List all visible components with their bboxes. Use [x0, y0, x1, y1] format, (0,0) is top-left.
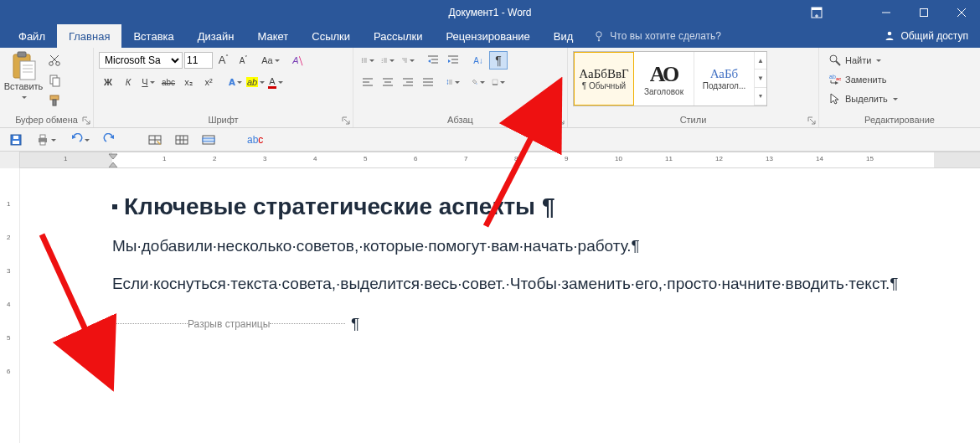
horizontal-ruler[interactable]: 1 1 2 3 4 5 6 7 8 9 10 11 12 13 14 15 [0, 152, 980, 168]
font-color-button[interactable]: A [266, 73, 285, 91]
share-button[interactable]: Общий доступ [872, 24, 980, 48]
tab-file[interactable]: Файл [0, 24, 57, 48]
paragraph-dialog-launcher[interactable] [555, 116, 565, 126]
close-button[interactable] [942, 0, 980, 24]
clear-formatting-button[interactable]: A⧹ [288, 51, 307, 70]
find-button[interactable]: Найти [826, 51, 973, 70]
document-paragraph-1[interactable]: Мы·добавили·несколько·советов,·которые·п… [112, 234, 959, 258]
tab-insert[interactable]: Вставка [121, 24, 185, 48]
document-page[interactable]: Ключевые стратегические аспекты¶ Мы·доба… [20, 168, 980, 443]
svg-point-25 [362, 59, 363, 60]
ribbon: Вставить Буфер обмена Microsoft Sa A˄ A˅… [0, 48, 980, 128]
ribbon-tabs: Файл Главная Вставка Дизайн Макет Ссылки… [0, 24, 980, 48]
maximize-button[interactable] [905, 0, 942, 24]
highlight-button[interactable]: ab [246, 73, 265, 91]
grow-font-button[interactable]: A˄ [214, 51, 233, 70]
replace-button[interactable]: abac Заменить [826, 70, 973, 89]
select-button[interactable]: Выделить [826, 90, 973, 108]
style-subheading[interactable]: АаБб Подзагол... [694, 52, 755, 106]
styles-scroll-up[interactable]: ▲ [755, 52, 766, 70]
svg-text:ab: ab [829, 74, 836, 80]
svg-marker-62 [447, 80, 449, 81]
svg-marker-90 [109, 154, 117, 159]
tab-design[interactable]: Дизайн [186, 24, 246, 48]
svg-rect-76 [40, 135, 45, 138]
align-right-button[interactable] [399, 73, 417, 91]
qat-undo-button[interactable] [67, 131, 92, 149]
font-name-select[interactable]: Microsoft Sa [99, 52, 183, 69]
ribbon-display-options[interactable] [804, 0, 829, 24]
decrease-indent-button[interactable] [424, 51, 442, 70]
paste-button[interactable]: Вставить [3, 49, 44, 101]
qat-save-button[interactable] [7, 131, 25, 149]
style-heading[interactable]: АО Заголовок [634, 52, 694, 106]
change-case-button[interactable]: Aa [261, 51, 280, 70]
clipboard-dialog-launcher[interactable] [81, 116, 91, 126]
line-spacing-button[interactable] [444, 73, 462, 91]
styles-expand[interactable]: ▾ [755, 88, 766, 106]
align-center-button[interactable] [379, 73, 397, 91]
tab-mailings[interactable]: Рассылки [362, 24, 434, 48]
tab-review[interactable]: Рецензирование [434, 24, 541, 48]
increase-indent-button[interactable] [444, 51, 462, 70]
qat-redo-button[interactable] [101, 131, 119, 149]
svg-point-6 [596, 32, 601, 37]
underline-button[interactable]: Ч [139, 73, 157, 91]
qat-draw-table-button[interactable] [146, 131, 164, 149]
svg-marker-63 [447, 84, 449, 85]
shrink-font-button[interactable]: A˅ [235, 51, 253, 70]
clipboard-group-label: Буфер обмена [3, 113, 90, 127]
bold-button[interactable]: Ж [99, 73, 117, 91]
show-hide-marks-button[interactable]: ¶ [489, 51, 508, 70]
indent-marker-icon[interactable] [107, 152, 119, 168]
document-paragraph-2[interactable]: Если·коснуться·текста·совета,·выделится·… [112, 271, 959, 296]
styles-gallery[interactable]: АаБбВвГ ¶ Обычный АО Заголовок АаБб Подз… [573, 51, 767, 106]
qat-insert-row-button[interactable] [199, 131, 218, 149]
minimize-button[interactable] [867, 0, 905, 24]
svg-point-66 [830, 55, 837, 62]
strikethrough-button[interactable]: abc [159, 73, 178, 91]
cut-button[interactable] [45, 51, 64, 70]
align-left-button[interactable] [358, 73, 377, 91]
tab-home[interactable]: Главная [57, 24, 121, 48]
svg-text:3: 3 [382, 61, 384, 64]
tell-me-search[interactable]: Что вы хотите сделать? [585, 24, 730, 48]
format-painter-button[interactable] [45, 91, 64, 110]
style-normal[interactable]: АаБбВвГ ¶ Обычный [574, 52, 634, 106]
svg-rect-1 [812, 8, 822, 10]
shading-button[interactable] [469, 73, 487, 91]
svg-text:ac: ac [836, 76, 841, 81]
tab-layout[interactable]: Макет [245, 24, 300, 48]
heading-bullet-icon [112, 204, 117, 209]
superscript-button[interactable]: x² [199, 73, 218, 91]
numbering-button[interactable]: 123 [379, 51, 397, 70]
subscript-button[interactable]: x₂ [179, 73, 198, 91]
font-size-input[interactable] [184, 52, 213, 69]
styles-scroll-down[interactable]: ▼ [755, 70, 766, 87]
justify-button[interactable] [419, 73, 437, 91]
svg-rect-22 [50, 95, 59, 100]
copy-button[interactable] [45, 71, 64, 90]
borders-button[interactable] [489, 73, 508, 91]
svg-point-17 [56, 62, 60, 66]
svg-rect-73 [13, 141, 19, 144]
font-dialog-launcher[interactable] [341, 116, 351, 126]
text-effects-button[interactable]: A [226, 73, 245, 91]
svg-point-26 [362, 61, 363, 62]
sort-button[interactable]: A↓ [469, 51, 487, 70]
vertical-ruler[interactable]: 1 2 3 4 5 6 [0, 168, 20, 443]
document-heading[interactable]: Ключевые стратегические аспекты¶ [112, 193, 959, 220]
tab-view[interactable]: Вид [542, 24, 585, 48]
styles-dialog-launcher[interactable] [807, 116, 817, 126]
bullets-button[interactable] [358, 51, 377, 70]
italic-button[interactable]: К [119, 73, 137, 91]
multilevel-list-button[interactable] [399, 51, 417, 70]
tab-references[interactable]: Ссылки [300, 24, 362, 48]
svg-rect-77 [40, 142, 45, 145]
qat-spellcheck-button[interactable]: abc [245, 131, 266, 148]
svg-point-24 [362, 58, 363, 59]
qat-table-button[interactable] [173, 131, 191, 149]
svg-rect-12 [20, 61, 35, 80]
svg-point-16 [49, 62, 54, 66]
qat-print-button[interactable] [34, 131, 59, 149]
